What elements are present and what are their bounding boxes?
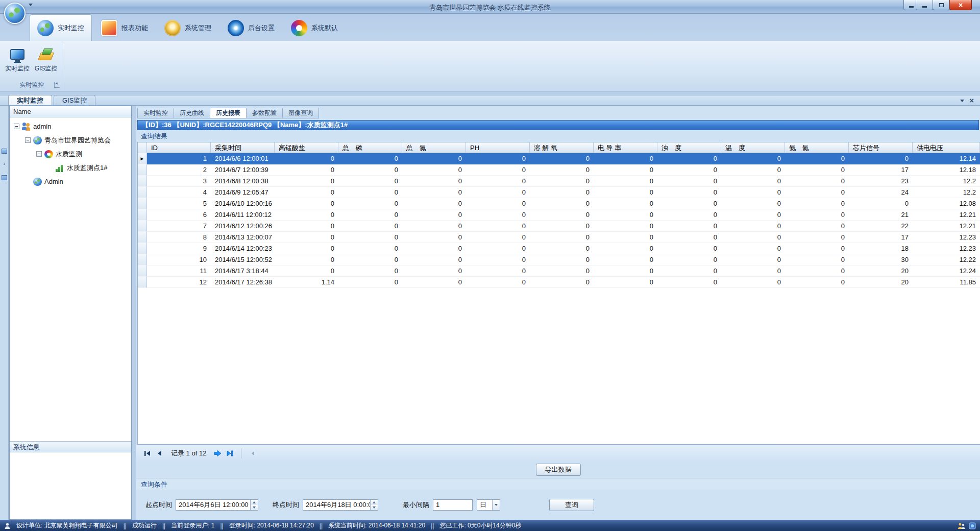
table-cell[interactable]: 0 — [594, 164, 657, 176]
table-cell[interactable]: 0 — [721, 243, 785, 254]
tree-item-water-monitoring[interactable]: 水质监测 — [10, 147, 131, 161]
query-button[interactable]: 查询 — [549, 499, 594, 511]
column-header[interactable]: 氨 氮 — [785, 142, 849, 153]
table-cell[interactable]: 0 — [402, 232, 466, 243]
table-cell[interactable]: 0 — [594, 254, 657, 266]
table-cell[interactable]: 3 — [147, 176, 211, 187]
table-cell[interactable]: 2014/6/6 12:00:01 — [211, 153, 275, 164]
maximize-button[interactable] — [933, 0, 950, 10]
table-cell[interactable]: 0 — [466, 198, 530, 209]
table-cell[interactable]: 0 — [785, 176, 849, 187]
table-row[interactable]: 62014/6/11 12:00:120000000002112.21 — [138, 209, 980, 221]
tree-expander-icon[interactable] — [36, 151, 42, 157]
column-header[interactable]: 采集时间 — [211, 142, 275, 153]
table-cell[interactable]: 0 — [721, 209, 785, 221]
table-cell[interactable]: 0 — [338, 209, 402, 221]
table-cell[interactable]: 12.21 — [913, 209, 980, 221]
table-cell[interactable]: 0 — [275, 243, 338, 254]
table-cell[interactable]: 0 — [466, 176, 530, 187]
column-header[interactable]: PH — [466, 142, 530, 153]
table-cell[interactable]: 2014/6/10 12:00:16 — [211, 198, 275, 209]
table-cell[interactable]: 0 — [466, 232, 530, 243]
export-data-button[interactable]: 导出数据 — [536, 464, 581, 476]
table-cell[interactable]: 2014/6/11 12:00:12 — [211, 209, 275, 221]
close-button[interactable]: × — [949, 0, 972, 10]
table-cell[interactable]: 5 — [147, 198, 211, 209]
column-header[interactable]: 溶 解 氧 — [530, 142, 594, 153]
table-cell[interactable]: 12.2 — [913, 187, 980, 198]
table-cell[interactable]: 0 — [402, 266, 466, 277]
table-row[interactable]: 22014/6/7 12:00:390000000001712.18 — [138, 164, 980, 176]
table-cell[interactable]: 21 — [849, 209, 913, 221]
prev-record-button[interactable] — [154, 448, 166, 459]
table-cell[interactable]: 0 — [402, 187, 466, 198]
table-cell[interactable]: 0 — [849, 198, 913, 209]
table-cell[interactable]: 0 — [275, 266, 338, 277]
table-cell[interactable]: 0 — [594, 266, 657, 277]
ribbon-tab-system-default[interactable]: 系统默认 — [284, 15, 345, 41]
table-cell[interactable]: 2 — [147, 164, 211, 176]
table-cell[interactable]: 0 — [594, 176, 657, 187]
table-cell[interactable]: 0 — [530, 209, 594, 221]
table-cell[interactable]: 11.85 — [913, 277, 980, 288]
table-cell[interactable]: 0 — [849, 153, 913, 164]
table-cell[interactable]: 0 — [466, 243, 530, 254]
table-cell[interactable]: 10 — [147, 254, 211, 266]
table-cell[interactable]: 0 — [338, 232, 402, 243]
table-cell[interactable]: 0 — [275, 209, 338, 221]
column-header[interactable]: 总 磷 — [338, 142, 402, 153]
table-cell[interactable]: 0 — [785, 209, 849, 221]
table-cell[interactable]: 0 — [275, 187, 338, 198]
table-cell[interactable]: 20 — [849, 266, 913, 277]
table-cell[interactable]: 24 — [849, 187, 913, 198]
doc-tab-realtime[interactable]: 实时监控 — [8, 95, 52, 105]
table-row[interactable]: 112014/6/17 3:18:440000000002012.24 — [138, 266, 980, 277]
table-cell[interactable]: 0 — [338, 277, 402, 288]
content-tab-realtime[interactable]: 实时监控 — [137, 108, 174, 118]
start-time-input[interactable]: 2014年6月6日 12:00:00 — [176, 499, 258, 511]
table-row[interactable]: 42014/6/9 12:05:470000000002412.2 — [138, 187, 980, 198]
table-cell[interactable]: 0 — [785, 164, 849, 176]
table-cell[interactable]: 0 — [785, 243, 849, 254]
table-cell[interactable]: 0 — [275, 164, 338, 176]
table-cell[interactable]: 0 — [657, 254, 721, 266]
tab-list-dropdown-icon[interactable] — [960, 100, 964, 104]
table-cell[interactable]: 0 — [721, 221, 785, 232]
table-cell[interactable]: 0 — [338, 164, 402, 176]
table-cell[interactable]: 2014/6/8 12:00:38 — [211, 176, 275, 187]
table-cell[interactable]: 0 — [466, 153, 530, 164]
table-cell[interactable]: 0 — [657, 198, 721, 209]
table-cell[interactable]: 0 — [657, 164, 721, 176]
table-cell[interactable]: 0 — [785, 187, 849, 198]
table-cell[interactable]: 30 — [849, 254, 913, 266]
table-cell[interactable]: 0 — [275, 232, 338, 243]
table-cell[interactable]: 0 — [530, 277, 594, 288]
docked-panel-icon[interactable] — [2, 149, 7, 154]
ribbon-tab-realtime-monitor[interactable]: 实时监控 — [30, 14, 92, 41]
table-cell[interactable]: 0 — [402, 277, 466, 288]
column-header[interactable]: 浊 度 — [657, 142, 721, 153]
table-cell[interactable]: 0 — [530, 266, 594, 277]
table-cell[interactable]: 0 — [530, 153, 594, 164]
table-cell[interactable]: 0 — [530, 221, 594, 232]
table-cell[interactable]: 2014/6/12 12:00:26 — [211, 221, 275, 232]
table-row[interactable]: 32014/6/8 12:00:380000000002312.2 — [138, 176, 980, 187]
table-cell[interactable]: 0 — [530, 176, 594, 187]
minimize-button[interactable] — [916, 0, 933, 10]
table-cell[interactable]: 0 — [721, 277, 785, 288]
table-cell[interactable]: 12.18 — [913, 164, 980, 176]
table-cell[interactable]: 0 — [530, 198, 594, 209]
ribbon-tab-system-management[interactable]: 系统管理 — [157, 15, 218, 41]
system-info-header[interactable]: 系统信息 — [10, 441, 131, 452]
tree-column-header[interactable]: Name — [10, 106, 131, 117]
table-cell[interactable]: 4 — [147, 187, 211, 198]
table-cell[interactable]: 0 — [466, 164, 530, 176]
content-tab-param-config[interactable]: 参数配置 — [246, 108, 283, 118]
table-cell[interactable]: 0 — [594, 209, 657, 221]
table-cell[interactable]: 0 — [785, 221, 849, 232]
table-cell[interactable]: 0 — [657, 266, 721, 277]
table-cell[interactable]: 0 — [594, 187, 657, 198]
scroll-left-icon[interactable] — [247, 448, 259, 459]
table-cell[interactable]: 0 — [594, 221, 657, 232]
next-record-button[interactable] — [211, 448, 224, 459]
